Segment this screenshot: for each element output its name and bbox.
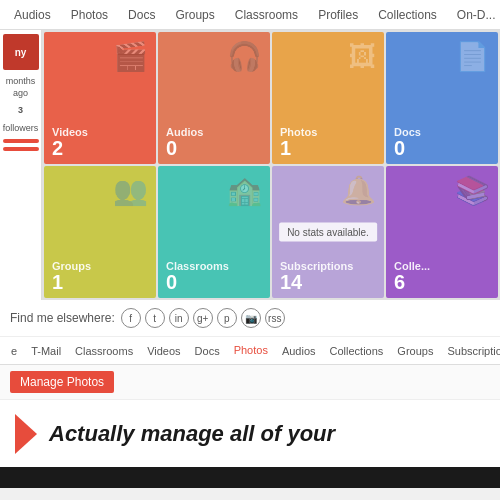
tile-videos[interactable]: 🎬 Videos 2 xyxy=(44,32,156,164)
tile-collections[interactable]: 📚 Colle... 6 xyxy=(386,166,498,298)
secondary-nav: e T-Mail Classrooms Videos Docs Photos A… xyxy=(0,337,500,365)
linkedin-icon[interactable]: in xyxy=(169,308,189,328)
social-icons-group: f t in g+ p 📷 rss xyxy=(121,308,285,328)
profile-action-btn-1[interactable] xyxy=(3,139,39,143)
followers-label: followers xyxy=(3,123,39,135)
promo-arrow-icon xyxy=(15,414,37,454)
manage-bar: Manage Photos xyxy=(0,365,500,400)
profile-sidebar: ny months ago 3 followers xyxy=(0,30,42,300)
promo-text: Actually manage all of your xyxy=(49,421,335,447)
tile-subscriptions[interactable]: 🔔 Subscriptions 14 No stats available. xyxy=(272,166,384,298)
classrooms-count: 0 xyxy=(166,272,262,292)
tile-docs[interactable]: 📄 Docs 0 xyxy=(386,32,498,164)
rss-icon[interactable]: rss xyxy=(265,308,285,328)
top-nav: Audios Photos Docs Groups Classrooms Pro… xyxy=(0,0,500,30)
secondary-nav-item-e[interactable]: e xyxy=(4,337,24,365)
secondary-nav-item-tmail[interactable]: T-Mail xyxy=(24,337,68,365)
manage-photos-button[interactable]: Manage Photos xyxy=(10,371,114,393)
secondary-nav-item-collections[interactable]: Collections xyxy=(323,337,391,365)
facebook-icon[interactable]: f xyxy=(121,308,141,328)
groups-icon: 👥 xyxy=(113,174,148,207)
groups-label: Groups xyxy=(52,260,148,272)
pinterest-icon[interactable]: p xyxy=(217,308,237,328)
stats-grid: 🎬 Videos 2 🎧 Audios 0 🖼 Photos 1 📄 Docs … xyxy=(42,30,500,300)
top-nav-item-collections[interactable]: Collections xyxy=(368,0,447,30)
main-area: ny months ago 3 followers 🎬 Videos 2 🎧 A… xyxy=(0,30,500,300)
top-nav-item-classrooms[interactable]: Classrooms xyxy=(225,0,308,30)
top-nav-item-profiles[interactable]: Profiles xyxy=(308,0,368,30)
tile-audios[interactable]: 🎧 Audios 0 xyxy=(158,32,270,164)
audio-icon: 🎧 xyxy=(227,40,262,73)
profile-action-btn-2[interactable] xyxy=(3,147,39,151)
docs-label: Docs xyxy=(394,126,490,138)
avatar: ny xyxy=(3,34,39,70)
top-nav-item-groups[interactable]: Groups xyxy=(165,0,224,30)
subscriptions-icon: 🔔 xyxy=(341,174,376,207)
audios-label: Audios xyxy=(166,126,262,138)
secondary-nav-item-subscription[interactable]: Subscription xyxy=(440,337,500,365)
groups-count: 1 xyxy=(52,272,148,292)
docs-count: 0 xyxy=(394,138,490,158)
video-icon: 🎬 xyxy=(113,40,148,73)
promo-area: Actually manage all of your xyxy=(0,400,500,470)
top-nav-item-ond[interactable]: On-D... xyxy=(447,0,500,30)
classrooms-icon: 🏫 xyxy=(227,174,262,207)
tile-groups[interactable]: 👥 Groups 1 xyxy=(44,166,156,298)
subscriptions-count: 14 xyxy=(280,272,376,292)
secondary-nav-item-docs[interactable]: Docs xyxy=(188,337,227,365)
classrooms-label: Classrooms xyxy=(166,260,262,272)
twitter-icon[interactable]: t xyxy=(145,308,165,328)
find-elsewhere-bar: Find me elsewhere: f t in g+ p 📷 rss xyxy=(0,300,500,337)
followers-count: 3 xyxy=(18,105,23,117)
instagram-icon[interactable]: 📷 xyxy=(241,308,261,328)
secondary-nav-item-videos[interactable]: Videos xyxy=(140,337,187,365)
collections-label: Colle... xyxy=(394,260,490,272)
top-nav-item-audios[interactable]: Audios xyxy=(4,0,61,30)
months-ago-label: months ago xyxy=(0,76,41,99)
photos-icon: 🖼 xyxy=(348,40,376,73)
top-nav-item-docs[interactable]: Docs xyxy=(118,0,165,30)
find-elsewhere-label: Find me elsewhere: xyxy=(10,311,115,325)
tile-classrooms[interactable]: 🏫 Classrooms 0 xyxy=(158,166,270,298)
secondary-nav-item-classrooms[interactable]: Classrooms xyxy=(68,337,140,365)
tile-photos[interactable]: 🖼 Photos 1 xyxy=(272,32,384,164)
secondary-nav-item-groups[interactable]: Groups xyxy=(390,337,440,365)
docs-icon: 📄 xyxy=(455,40,490,73)
photos-label: Photos xyxy=(280,126,376,138)
collections-icon: 📚 xyxy=(455,174,490,207)
collections-count: 6 xyxy=(394,272,490,292)
secondary-nav-item-photos[interactable]: Photos xyxy=(227,337,275,365)
bottom-bar xyxy=(0,470,500,488)
top-nav-item-photos[interactable]: Photos xyxy=(61,0,118,30)
photos-count: 1 xyxy=(280,138,376,158)
videos-count: 2 xyxy=(52,138,148,158)
no-stats-label: No stats available. xyxy=(279,223,377,242)
audios-count: 0 xyxy=(166,138,262,158)
secondary-nav-item-audios[interactable]: Audios xyxy=(275,337,323,365)
videos-label: Videos xyxy=(52,126,148,138)
googleplus-icon[interactable]: g+ xyxy=(193,308,213,328)
